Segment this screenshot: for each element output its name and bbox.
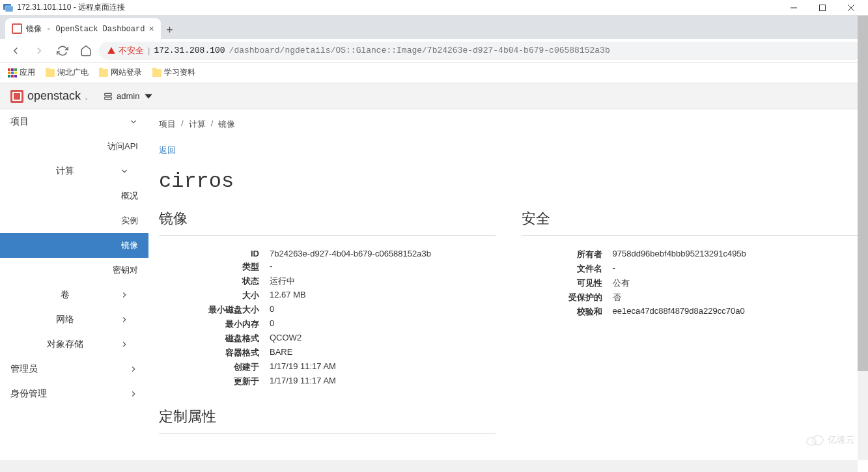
bookmark-folder-1[interactable]: 湖北广电	[46, 67, 89, 78]
url-input[interactable]: 不安全 | 172.31.208.100/dashboard/ngdetails…	[99, 42, 863, 60]
main-content: 项目 / 计算 / 镜像 返回 cirros 镜像 ID7b24263e-d92…	[148, 109, 868, 472]
sidebar-item-object-store[interactable]: 对象存储	[0, 332, 148, 357]
not-secure-label: 不安全	[119, 45, 144, 57]
tab-close-icon[interactable]: ×	[148, 23, 154, 34]
url-host: 172.31.208.100	[154, 46, 225, 55]
openstack-logo-icon	[10, 90, 23, 103]
home-button[interactable]	[76, 40, 96, 61]
rdp-icon	[3, 3, 13, 13]
forward-button[interactable]	[29, 40, 49, 61]
horizontal-scrollbar[interactable]	[0, 460, 858, 472]
sidebar-item-images[interactable]: 镜像	[0, 233, 148, 258]
chevron-right-icon	[120, 290, 129, 299]
svg-marker-8	[145, 94, 152, 98]
sidebar-item-identity[interactable]: 身份管理	[0, 382, 148, 406]
sidebar-item-instances[interactable]: 实例	[0, 208, 148, 233]
bookmark-folder-3[interactable]: 学习资料	[152, 67, 195, 78]
chevron-down-icon	[129, 117, 138, 126]
image-panel: 镜像 ID7b24263e-d927-4b04-b679-c06588152a3…	[159, 209, 496, 447]
new-tab-button[interactable]: +	[161, 21, 179, 39]
svg-point-10	[813, 436, 823, 445]
back-link[interactable]: 返回	[159, 139, 176, 161]
window-maximize-button[interactable]	[808, 0, 837, 16]
back-button[interactable]	[5, 40, 26, 61]
folder-icon	[99, 69, 108, 77]
chevron-down-icon	[144, 92, 153, 101]
apps-label: 应用	[20, 67, 35, 78]
bookmark-folder-2[interactable]: 网站登录	[99, 67, 142, 78]
breadcrumb: 项目 / 计算 / 镜像	[159, 109, 858, 139]
not-secure-badge: 不安全	[107, 45, 144, 57]
section-title-image: 镜像	[159, 209, 496, 236]
section-title-custom: 定制属性	[159, 407, 496, 434]
sidebar-item-admin[interactable]: 管理员	[0, 357, 148, 382]
svg-rect-1	[5, 6, 13, 12]
folder-icon	[46, 69, 55, 77]
tab-strip: 镜像 - OpenStack Dashboard × +	[0, 16, 868, 39]
sidebar-item-project[interactable]: 项目	[0, 109, 148, 134]
project-selector[interactable]: admin	[104, 91, 152, 101]
sidebar-item-volumes[interactable]: 卷	[0, 283, 148, 307]
sidebar-item-overview[interactable]: 概况	[0, 184, 148, 208]
security-panel: 安全 所有者9758dd96bebf4bbb95213291c495b 文件名-…	[522, 209, 858, 447]
svg-rect-6	[105, 93, 112, 96]
breadcrumb-item[interactable]: 计算	[189, 118, 206, 130]
openstack-favicon	[12, 23, 22, 34]
apps-icon	[8, 68, 17, 77]
vertical-scrollbar[interactable]	[858, 16, 868, 460]
browser-tab[interactable]: 镜像 - OpenStack Dashboard ×	[5, 18, 161, 39]
openstack-header: openstack. admin	[0, 83, 868, 109]
url-path: /dashboard/ngdetails/OS::Glance::Image/7…	[229, 46, 610, 55]
page-title: cirros	[159, 169, 858, 193]
project-name: admin	[117, 91, 139, 101]
sidebar-item-compute[interactable]: 计算	[0, 159, 148, 184]
bookmarks-bar: 应用 湖北广电 网站登录 学习资料	[0, 62, 868, 83]
window-close-button[interactable]	[837, 0, 865, 16]
svg-rect-7	[105, 97, 112, 100]
tab-title: 镜像 - OpenStack Dashboard	[26, 23, 145, 35]
folder-icon	[152, 69, 161, 77]
section-title-security: 安全	[522, 209, 858, 236]
sidebar: 项目 访问API 计算 概况 实例 镜像 密钥对 卷 网络 对象存储 管理员 身…	[0, 109, 148, 472]
openstack-logo[interactable]: openstack.	[10, 89, 88, 103]
breadcrumb-item[interactable]: 项目	[159, 118, 176, 130]
window-minimize-button[interactable]	[779, 0, 808, 16]
browser-chrome: 镜像 - OpenStack Dashboard × + 不安全 | 172.3…	[0, 16, 868, 83]
svg-rect-3	[820, 5, 826, 10]
apps-button[interactable]: 应用	[8, 67, 35, 78]
chevron-right-icon	[120, 340, 129, 349]
chevron-right-icon	[129, 389, 138, 398]
sidebar-item-access-api[interactable]: 访问API	[0, 134, 148, 159]
watermark: 亿速云	[805, 434, 855, 446]
chevron-right-icon	[129, 365, 138, 374]
address-bar: 不安全 | 172.31.208.100/dashboard/ngdetails…	[0, 39, 868, 62]
sidebar-item-network[interactable]: 网络	[0, 307, 148, 332]
rdp-title: 172.31.101.110 - 远程桌面连接	[17, 2, 125, 13]
reload-button[interactable]	[52, 40, 73, 61]
rdp-titlebar: 172.31.101.110 - 远程桌面连接	[0, 0, 868, 16]
chevron-down-icon	[120, 167, 129, 176]
sidebar-item-keypairs[interactable]: 密钥对	[0, 258, 148, 283]
server-icon	[104, 92, 113, 101]
breadcrumb-item[interactable]: 镜像	[218, 118, 235, 130]
openstack-brand: openstack	[27, 89, 81, 103]
chevron-right-icon	[120, 315, 129, 324]
